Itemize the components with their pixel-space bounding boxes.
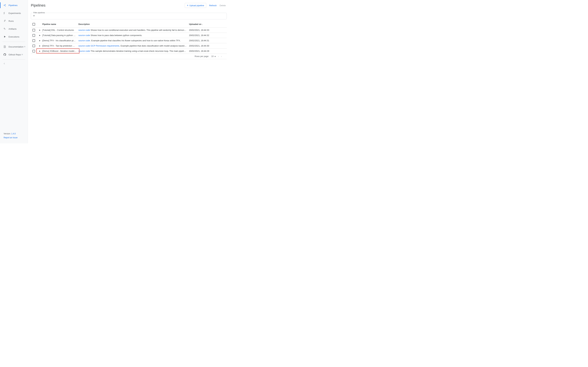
checklist-icon bbox=[3, 12, 6, 15]
source-code-link[interactable]: source code bbox=[78, 45, 90, 47]
source-code-link[interactable]: source code bbox=[78, 34, 90, 37]
prev-page-button[interactable]: ‹ bbox=[218, 55, 219, 58]
pipeline-desc: source code Shows how to use conditional… bbox=[78, 29, 189, 31]
table-row: ▶ [Tutorial] DSL - Control structures so… bbox=[31, 27, 227, 33]
sidebar-item-artifacts[interactable]: Artifacts bbox=[0, 25, 28, 33]
table-row: ▶ [Demo] XGBoost - Iterative model train… bbox=[31, 49, 227, 54]
pipeline-desc: source code Shows how to pass data betwe… bbox=[78, 34, 189, 37]
sidebar-item-label: Experiments bbox=[9, 12, 21, 14]
table-row: ▶ [Demo] TFX - Iris classification pipel… bbox=[31, 38, 227, 43]
svg-point-1 bbox=[5, 4, 6, 5]
gcp-permission-link[interactable]: GCP Permission requirements bbox=[90, 45, 120, 47]
expand-arrow-icon[interactable]: ▶ bbox=[37, 45, 42, 47]
topbar-actions: + Upload pipeline Refresh Delete bbox=[185, 3, 226, 8]
svg-point-4 bbox=[4, 28, 5, 29]
table-row: ▶ [Demo] TFX - Taxi tip prediction model… bbox=[31, 43, 227, 49]
row-checkbox[interactable] bbox=[33, 39, 35, 42]
sidebar-item-label: Documentation bbox=[9, 46, 24, 48]
source-code-link[interactable]: source code bbox=[78, 29, 90, 31]
source-code-link[interactable]: source code bbox=[78, 39, 90, 42]
external-link-icon: ⧉ bbox=[24, 46, 25, 48]
filter-label: Filter pipelines bbox=[33, 12, 46, 14]
sort-desc-icon: ↓ bbox=[202, 23, 203, 25]
play-icon bbox=[3, 35, 6, 38]
divider bbox=[3, 59, 25, 60]
sidebar-item-experiments[interactable]: Experiments bbox=[0, 9, 28, 17]
svg-point-6 bbox=[4, 29, 5, 30]
version-prefix: Version: bbox=[4, 133, 11, 135]
filter-icon bbox=[33, 15, 35, 18]
sidebar-footer: Version: 1.4.0 Report an Issue bbox=[0, 131, 28, 143]
pipeline-desc: source code GCP Permission requirements.… bbox=[78, 45, 189, 47]
rows-per-page-select[interactable]: 10 ▾ bbox=[211, 55, 216, 58]
col-name[interactable]: Pipeline name bbox=[42, 23, 78, 25]
delete-button[interactable]: Delete bbox=[219, 4, 226, 7]
rows-per-page-label: Rows per page: bbox=[195, 55, 209, 58]
row-checkbox[interactable] bbox=[33, 50, 35, 52]
upload-pipeline-button[interactable]: + Upload pipeline bbox=[185, 3, 206, 8]
pipeline-uploaded: 20/02/2021, 16:44:30 bbox=[189, 45, 227, 47]
running-icon bbox=[3, 19, 6, 22]
filter-input[interactable]: Filter pipelines bbox=[31, 13, 227, 19]
pipeline-uploaded: 20/02/2021, 16:44:33 bbox=[189, 29, 227, 31]
share-nodes-icon bbox=[3, 4, 6, 7]
pipeline-uploaded: 20/02/2021, 16:44:32 bbox=[189, 34, 227, 37]
pipeline-uploaded: 20/02/2021, 16:44:31 bbox=[189, 39, 227, 42]
document-icon bbox=[3, 45, 6, 48]
sidebar: Pipelines Experiments Runs Artifacts Exe… bbox=[0, 0, 28, 143]
row-checkbox[interactable] bbox=[33, 34, 35, 37]
row-checkbox[interactable] bbox=[33, 45, 35, 47]
report-issue-link[interactable]: Report an Issue bbox=[4, 136, 17, 139]
github-icon bbox=[3, 53, 6, 56]
expand-arrow-icon[interactable]: ▶ bbox=[37, 40, 42, 42]
pipelines-table: Pipeline name Description Uploaded on↓ ▶… bbox=[31, 21, 227, 54]
next-page-button[interactable]: › bbox=[221, 55, 222, 58]
page-title: Pipelines bbox=[31, 3, 45, 8]
topbar: Pipelines + Upload pipeline Refresh Dele… bbox=[28, 0, 230, 10]
sidebar-collapse-button[interactable] bbox=[3, 62, 6, 65]
select-all-checkbox[interactable] bbox=[33, 23, 35, 25]
divider bbox=[3, 42, 25, 42]
external-link-icon: ⧉ bbox=[22, 54, 23, 56]
svg-point-2 bbox=[5, 6, 6, 6]
sidebar-item-label: Artifacts bbox=[9, 28, 17, 30]
svg-point-3 bbox=[5, 20, 5, 20]
expand-arrow-icon[interactable]: ▶ bbox=[37, 50, 42, 52]
sidebar-item-pipelines[interactable]: Pipelines bbox=[0, 1, 28, 9]
pipeline-uploaded: 20/02/2021, 16:44:29 bbox=[189, 50, 227, 52]
pipeline-desc: source code This sample demonstrates ite… bbox=[78, 50, 189, 52]
row-checkbox[interactable] bbox=[33, 29, 35, 32]
sidebar-item-label: Runs bbox=[9, 20, 14, 22]
sidebar-item-executions[interactable]: Executions bbox=[0, 33, 28, 41]
col-desc: Description bbox=[78, 23, 189, 25]
refresh-button[interactable]: Refresh bbox=[209, 4, 217, 7]
pipeline-name-link[interactable]: [Tutorial] Data passing in python compo… bbox=[42, 34, 78, 37]
pagination: Rows per page: 10 ▾ ‹ › bbox=[31, 54, 227, 59]
col-uploaded[interactable]: Uploaded on↓ bbox=[189, 23, 227, 25]
sidebar-item-runs[interactable]: Runs bbox=[0, 17, 28, 25]
sidebar-item-label: Executions bbox=[9, 35, 19, 38]
table-row: ▶ [Tutorial] Data passing in python comp… bbox=[31, 33, 227, 38]
pipeline-name-link[interactable]: [Demo] TFX - Taxi tip prediction model t… bbox=[42, 45, 78, 47]
upload-label: Upload pipeline bbox=[189, 4, 204, 7]
table-header: Pipeline name Description Uploaded on↓ bbox=[31, 21, 227, 27]
pipeline-name-link[interactable]: [Tutorial] DSL - Control structures bbox=[42, 29, 78, 31]
pipeline-name-link[interactable]: [Demo] XGBoost - Iterative model trainin… bbox=[42, 50, 78, 52]
sidebar-item-documentation[interactable]: Documentation ⧉ bbox=[0, 43, 28, 51]
svg-point-5 bbox=[5, 29, 6, 29]
bubble-icon bbox=[3, 27, 6, 30]
source-code-link[interactable]: source code bbox=[78, 50, 90, 52]
sidebar-item-label: Pipelines bbox=[9, 4, 17, 7]
sidebar-item-github[interactable]: Github Repo ⧉ bbox=[0, 51, 28, 58]
pipeline-name-link[interactable]: [Demo] TFX - Iris classification pipelin… bbox=[42, 39, 78, 42]
expand-arrow-icon[interactable]: ▶ bbox=[37, 29, 42, 31]
pipeline-desc: source code. Example pipeline that class… bbox=[78, 39, 189, 42]
plus-icon: + bbox=[187, 4, 188, 7]
sidebar-item-label: Github Repo bbox=[9, 53, 21, 56]
version-link[interactable]: 1.4.0 bbox=[11, 133, 16, 135]
chevron-down-icon: ▾ bbox=[215, 55, 216, 58]
main-content: Pipelines + Upload pipeline Refresh Dele… bbox=[28, 0, 230, 143]
expand-arrow-icon[interactable]: ▶ bbox=[37, 34, 42, 36]
